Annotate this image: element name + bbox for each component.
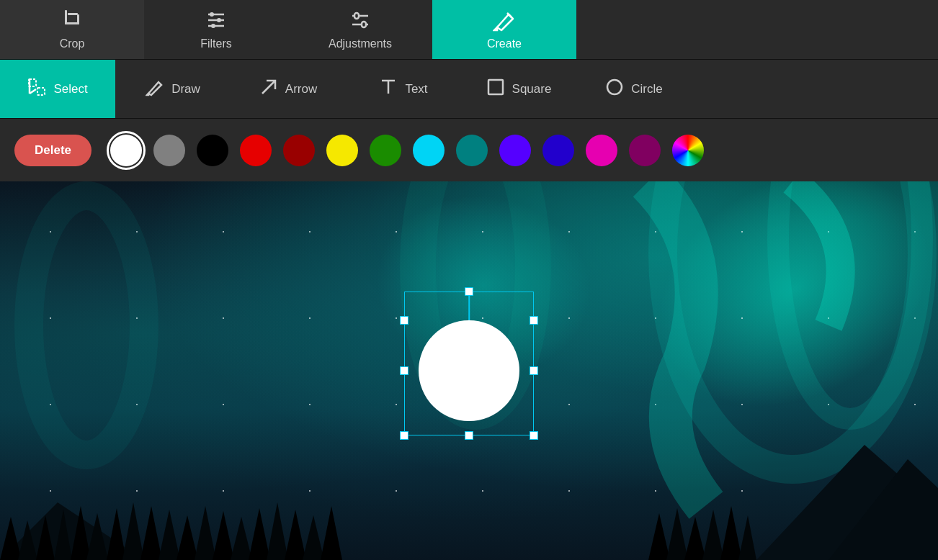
color-swatch-black[interactable] (197, 135, 228, 166)
circle-shape[interactable] (419, 320, 519, 421)
handle-top-right[interactable] (530, 316, 538, 325)
top-tool-crop[interactable]: Crop (0, 0, 144, 59)
action-bar: Delete (0, 118, 938, 181)
tool-arrow[interactable]: Arrow (231, 60, 346, 118)
square-icon (486, 78, 505, 101)
svg-rect-18 (488, 80, 503, 94)
color-swatch-magenta[interactable] (586, 135, 617, 166)
canvas-area[interactable] (0, 181, 938, 560)
create-label: Create (487, 37, 522, 50)
arrow-icon (259, 78, 278, 101)
top-toolbar: Crop Filters Adjustments (0, 0, 938, 59)
svg-rect-9 (354, 13, 359, 19)
create-icon (493, 9, 516, 35)
handle-bottom-center[interactable] (465, 431, 473, 440)
svg-rect-3 (68, 13, 78, 15)
color-swatch-cyan[interactable] (413, 135, 445, 166)
color-swatch-blue-purple[interactable] (499, 135, 531, 166)
crop-icon (61, 9, 84, 35)
svg-line-14 (30, 89, 36, 94)
handle-bottom-left[interactable] (400, 431, 408, 440)
svg-rect-12 (37, 88, 45, 95)
tool-circle-label: Circle (631, 82, 662, 96)
color-swatch-red[interactable] (240, 135, 272, 166)
color-swatch-white[interactable] (110, 135, 142, 166)
crop-label: Crop (60, 37, 85, 50)
selected-shape-container[interactable] (419, 320, 519, 421)
svg-point-19 (607, 80, 622, 94)
handle-middle-left[interactable] (400, 366, 408, 375)
handle-top-left[interactable] (400, 316, 408, 325)
text-icon (379, 78, 398, 101)
create-toolbar: Select Draw Arrow Text (0, 59, 938, 118)
tool-circle[interactable]: Circle (576, 60, 692, 118)
tool-draw-label: Draw (171, 82, 200, 96)
color-swatch-teal[interactable] (456, 135, 488, 166)
adjustments-icon (349, 9, 372, 35)
color-swatch-rainbow[interactable] (672, 135, 704, 166)
draw-icon (146, 78, 164, 101)
adjustments-label: Adjustments (329, 37, 392, 50)
tool-text[interactable]: Text (346, 60, 461, 118)
top-tool-filters[interactable]: Filters (144, 0, 288, 59)
svg-rect-2 (77, 14, 79, 24)
top-tool-create[interactable]: Create (432, 0, 576, 59)
select-icon (27, 78, 46, 101)
color-swatch-yellow[interactable] (326, 135, 358, 166)
filters-label: Filters (200, 37, 232, 50)
tool-select[interactable]: Select (0, 60, 115, 118)
svg-line-15 (262, 81, 275, 94)
top-tool-adjustments[interactable]: Adjustments (288, 0, 432, 59)
tool-text-label: Text (405, 82, 427, 96)
circle-icon (605, 78, 624, 101)
handle-bottom-right[interactable] (530, 431, 538, 440)
svg-point-6 (211, 24, 215, 28)
color-swatch-purple[interactable] (629, 135, 661, 166)
color-swatch-green[interactable] (370, 135, 401, 166)
tool-square[interactable]: Square (461, 60, 576, 118)
color-swatch-dark-blue[interactable] (542, 135, 574, 166)
color-swatch-gray[interactable] (153, 135, 185, 166)
tool-draw[interactable]: Draw (115, 60, 231, 118)
svg-point-4 (210, 12, 214, 17)
handle-middle-right[interactable] (530, 366, 538, 375)
tool-square-label: Square (512, 82, 552, 96)
tool-select-label: Select (53, 82, 87, 96)
filters-icon (205, 9, 228, 35)
color-swatch-dark-red[interactable] (283, 135, 315, 166)
handle-top-center[interactable] (465, 287, 473, 296)
delete-button[interactable]: Delete (14, 135, 91, 166)
svg-point-5 (217, 18, 221, 22)
svg-rect-10 (362, 22, 366, 27)
tool-arrow-label: Arrow (285, 82, 317, 96)
